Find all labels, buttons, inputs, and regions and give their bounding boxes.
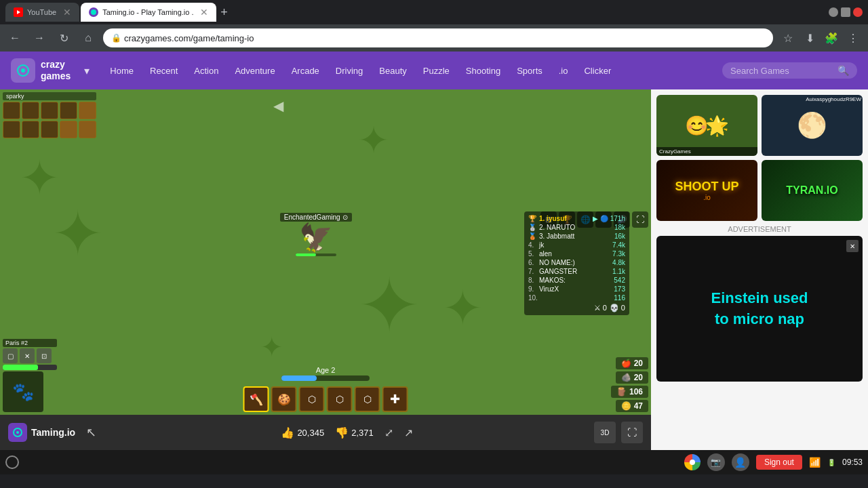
- paris-controls: ▢ ✕ ⊡: [3, 348, 57, 363]
- game-actions: 👍 20,345 👎 2,371 ⤢ ↗: [111, 426, 583, 439]
- minimize-icon: [829, 7, 838, 17]
- star-deco-6: ✦: [260, 333, 283, 361]
- action-axe[interactable]: 🪓: [243, 386, 269, 412]
- action-food[interactable]: 🍪: [271, 386, 297, 412]
- taskbar-app-icon[interactable]: 📷: [707, 453, 725, 471]
- action-bar: 🪓 🍪 ⬡ ⬡ ⬡ ✚: [243, 386, 408, 412]
- fullscreen-btn[interactable]: ⛶: [621, 422, 643, 443]
- profile-avatar[interactable]: 👤: [732, 453, 749, 471]
- sidebar-thumb-2[interactable]: 🌕 AuixaspyghoudzR9EW: [762, 95, 863, 156]
- home-button[interactable]: ⌂: [79, 28, 98, 47]
- ad-box: ✕ Einstein usedto micro nap: [656, 236, 863, 382]
- nav-io[interactable]: .io: [552, 62, 575, 80]
- game-area: ✦ ✦ ✦ ✦ ✦ ✦ sparky: [0, 89, 651, 450]
- lb-row-3: 🥉 3. Jabbmatt 16k: [528, 232, 625, 241]
- taskbar-left: [5, 455, 19, 469]
- extensions-button[interactable]: 🧩: [822, 28, 841, 47]
- sidebar-thumb-1[interactable]: 😊 🌟 CrazyGames: [656, 95, 757, 156]
- close-icon: [853, 7, 863, 17]
- download-button[interactable]: ⬇: [800, 28, 819, 47]
- like-count: 20,345: [297, 428, 324, 438]
- 3d-btn[interactable]: 3D: [594, 422, 616, 443]
- game-logo: Taming.io: [8, 423, 75, 442]
- ctrl-fullscreen[interactable]: ⛶: [632, 211, 648, 228]
- ad-close-button[interactable]: ✕: [846, 240, 859, 252]
- nav-home[interactable]: Home: [103, 62, 140, 80]
- svg-marker-0: [17, 10, 20, 14]
- expand-action[interactable]: ⤢: [384, 426, 393, 439]
- new-tab-button[interactable]: +: [220, 5, 228, 20]
- nav-driving[interactable]: Driving: [329, 62, 370, 80]
- tab-youtube-close[interactable]: ✕: [63, 7, 71, 18]
- item-slot-2: [22, 102, 39, 119]
- share-icon: ↗: [404, 426, 413, 439]
- resource-food: 🍎 20: [616, 357, 648, 369]
- paris-btn-2[interactable]: ✕: [20, 348, 35, 363]
- nav-sports[interactable]: Sports: [510, 62, 549, 80]
- reload-button[interactable]: ↻: [54, 28, 73, 47]
- menu-button[interactable]: ⋮: [844, 28, 863, 47]
- item-slot-8: [41, 121, 58, 138]
- nav-beauty[interactable]: Beauty: [372, 62, 413, 80]
- player-name: sparky: [3, 92, 96, 100]
- paris-btn-3[interactable]: ⊡: [37, 348, 52, 363]
- address-bar[interactable]: 🔒 crazygames.com/game/taming-io: [103, 28, 773, 47]
- sidebar-thumbnails: 😊 🌟 CrazyGames 🌕 AuixaspyghoudzR9EW: [656, 95, 863, 156]
- tab-crazygames[interactable]: Taming.io - Play Taming.io ... ✕: [81, 3, 216, 22]
- game-thumb-tyran[interactable]: TYRAN.IO: [762, 160, 863, 221]
- logo-text: crazy games: [41, 59, 71, 82]
- share-action[interactable]: ↗: [404, 426, 413, 439]
- address-text: crazygames.com/game/taming-io: [124, 33, 254, 43]
- tab-youtube-label: YouTube: [27, 8, 56, 16]
- paris-btn-1[interactable]: ▢: [3, 348, 18, 363]
- action-plus[interactable]: ✚: [382, 386, 408, 412]
- sidebar: 😊 🌟 CrazyGames 🌕 AuixaspyghoudzR9EW SHOO…: [651, 89, 868, 450]
- logo[interactable]: crazy games: [11, 58, 71, 83]
- resource-stone: 🪨 20: [616, 371, 648, 384]
- like-action[interactable]: 👍 20,345: [281, 426, 324, 439]
- nav-shooting[interactable]: Shooting: [459, 62, 507, 80]
- browser-chrome: YouTube ✕ Taming.io - Play Taming.io ...…: [0, 0, 868, 52]
- advertisement-label: ADVERTISEMENT: [656, 225, 863, 233]
- tab-youtube[interactable]: YouTube ✕: [5, 3, 79, 22]
- nav-clicker[interactable]: Clicker: [577, 62, 618, 80]
- shoot-up-title: SHOOT UP: [675, 180, 738, 192]
- ad-text: Einstein usedto micro nap: [700, 277, 818, 341]
- nav-adventure[interactable]: Adventure: [228, 62, 281, 80]
- nav-recent[interactable]: Recent: [143, 62, 184, 80]
- game-bar: Taming.io ↖ 👍 20,345 👎 2,371 ⤢: [0, 415, 651, 450]
- game-frame[interactable]: ✦ ✦ ✦ ✦ ✦ ✦ sparky: [0, 89, 651, 415]
- thumb2-label: AuixaspyghoudzR9EW: [806, 96, 861, 102]
- sign-out-button[interactable]: Sign out: [756, 455, 802, 470]
- game-title-label: Taming.io: [31, 427, 75, 438]
- back-button[interactable]: ←: [5, 28, 24, 47]
- action-hex-2[interactable]: ⬡: [327, 386, 353, 412]
- nav-bar: ← → ↻ ⌂ 🔒 crazygames.com/game/taming-io …: [0, 24, 868, 52]
- nav-arcade[interactable]: Arcade: [285, 62, 326, 80]
- site-header: crazy games ▾ Home Recent Action Adventu…: [0, 52, 868, 89]
- search-input[interactable]: [730, 66, 832, 76]
- chrome-browser-icon[interactable]: [684, 454, 701, 470]
- forward-button[interactable]: →: [30, 28, 49, 47]
- dislike-action[interactable]: 👎 2,371: [335, 426, 374, 439]
- wifi-icon: 📶: [809, 457, 821, 468]
- search-container[interactable]: 🔍: [722, 62, 857, 79]
- action-hex-3[interactable]: ⬡: [355, 386, 380, 412]
- tab-bar: YouTube ✕ Taming.io - Play Taming.io ...…: [0, 0, 868, 24]
- tab-cg-close[interactable]: ✕: [200, 7, 208, 18]
- logo-dropdown[interactable]: ▾: [84, 64, 90, 77]
- player-character: EnchantedGaming ⊙ 🦅: [280, 213, 352, 256]
- game-thumb-shoot[interactable]: SHOOT UP .io: [656, 160, 757, 221]
- nav-menu: Home Recent Action Adventure Arcade Driv…: [103, 62, 709, 80]
- nav-puzzle[interactable]: Puzzle: [416, 62, 456, 80]
- bookmark-button[interactable]: ☆: [778, 28, 797, 47]
- paris-portrait: 🐾: [3, 371, 43, 412]
- like-icon: 👍: [281, 426, 294, 439]
- lb-row-9: 9. ViruzX 173: [528, 285, 625, 293]
- lb-row-6: 6. NO NAME:) 4.8k: [528, 258, 625, 267]
- nav-action[interactable]: Action: [187, 62, 225, 80]
- tyran-io-title: TYRAN.IO: [786, 184, 837, 197]
- lb-row-5: 5. alen 7.3k: [528, 249, 625, 258]
- item-slot-3: [41, 102, 58, 119]
- action-hex-1[interactable]: ⬡: [299, 386, 325, 412]
